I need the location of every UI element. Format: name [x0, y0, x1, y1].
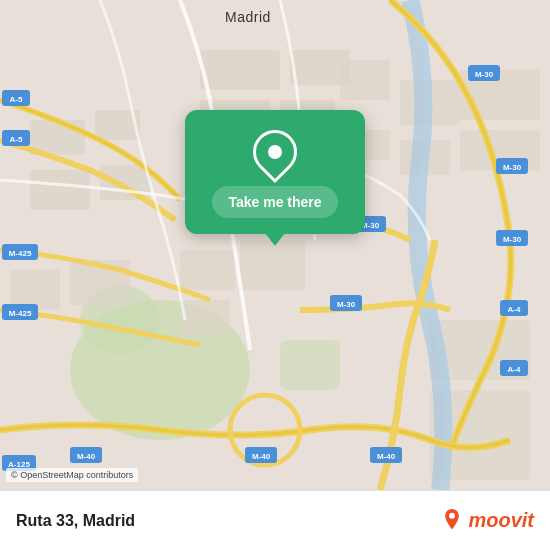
svg-rect-21 [180, 250, 235, 290]
svg-rect-3 [280, 340, 340, 390]
svg-text:M-30: M-30 [503, 163, 522, 172]
svg-rect-22 [240, 240, 305, 290]
svg-text:M-40: M-40 [377, 452, 396, 461]
svg-text:M-30: M-30 [503, 235, 522, 244]
bottom-bar: Ruta 33, Madrid moovit [0, 490, 550, 550]
location-info: Ruta 33, Madrid [16, 512, 135, 530]
popup-card: Take me there [185, 110, 365, 234]
svg-text:M-40: M-40 [252, 452, 271, 461]
svg-rect-13 [340, 60, 390, 100]
location-pin-icon [244, 121, 306, 183]
moovit-pin-icon [440, 509, 464, 533]
svg-text:A-4: A-4 [508, 365, 521, 374]
location-name: Ruta 33, Madrid [16, 512, 135, 530]
map-container: A-5 A-5 M-30 M-30 M-30 M-30 M-40 M-40 M-… [0, 0, 550, 490]
svg-text:M-425: M-425 [9, 249, 32, 258]
svg-text:M-40: M-40 [77, 452, 96, 461]
svg-point-58 [449, 512, 455, 518]
svg-rect-9 [200, 50, 280, 90]
svg-rect-23 [180, 300, 230, 335]
svg-text:Madrid: Madrid [225, 9, 271, 25]
svg-text:M-30: M-30 [475, 70, 494, 79]
moovit-logo: moovit [440, 509, 534, 533]
svg-text:M-30: M-30 [337, 300, 356, 309]
pin-dot [268, 145, 282, 159]
svg-text:A-4: A-4 [508, 305, 521, 314]
take-me-there-button[interactable]: Take me there [212, 186, 337, 218]
svg-text:M-425: M-425 [9, 309, 32, 318]
svg-text:A-5: A-5 [10, 95, 23, 104]
moovit-logo-text: moovit [468, 509, 534, 532]
map-attribution: © OpenStreetMap contributors [6, 468, 138, 482]
svg-text:A-5: A-5 [10, 135, 23, 144]
svg-rect-7 [30, 170, 90, 210]
